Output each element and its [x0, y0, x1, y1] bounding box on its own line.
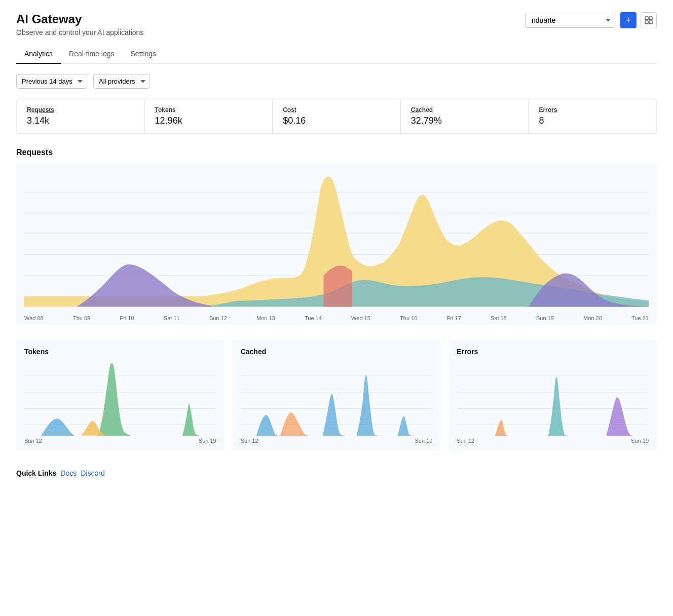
x-label-sat11: Sat 11 — [164, 315, 180, 321]
filters-bar: Previous 14 days Previous 7 days Previou… — [16, 74, 657, 89]
grid-button[interactable] — [641, 12, 657, 28]
svg-rect-3 — [649, 21, 652, 24]
svg-rect-0 — [645, 17, 648, 20]
provider-select[interactable]: All providers OpenAI Anthropic — [93, 74, 150, 89]
add-button[interactable]: + — [620, 12, 637, 28]
x-label-tue14: Tue 14 — [305, 315, 322, 321]
metric-tokens-value: 12.96k — [155, 115, 263, 126]
tab-realtime-logs[interactable]: Real-time logs — [61, 45, 122, 64]
svg-rect-1 — [649, 17, 652, 20]
discord-link[interactable]: Discord — [81, 469, 104, 477]
metric-cached: Cached 32.79% — [401, 99, 529, 133]
app-title: AI Gateway — [16, 12, 143, 26]
quick-links: Quick Links Docs Discord — [16, 465, 657, 477]
errors-chart-title: Errors — [457, 348, 649, 356]
header-actions: nduarte + — [525, 12, 657, 28]
cached-chart-title: Cached — [241, 348, 433, 356]
x-label-sat18: Sat 18 — [491, 315, 507, 321]
metric-cached-label: Cached — [411, 106, 518, 113]
requests-chart-title: Requests — [16, 148, 657, 157]
metric-requests-value: 3.14k — [27, 115, 134, 126]
errors-label-start: Sun 12 — [457, 438, 474, 444]
x-label-mon20: Mon 20 — [583, 315, 602, 321]
tab-bar: Analytics Real-time logs Settings — [16, 45, 657, 64]
requests-chart-svg — [24, 171, 649, 317]
x-label-sun19: Sun 19 — [536, 315, 554, 321]
errors-label-end: Sun 19 — [631, 438, 649, 444]
errors-chart-svg — [457, 360, 649, 436]
metric-cost: Cost $0.16 — [273, 99, 401, 133]
metric-tokens-label: Tokens — [155, 106, 263, 113]
small-charts-row: Tokens Sun 12 — [16, 339, 657, 451]
tab-analytics[interactable]: Analytics — [16, 45, 61, 64]
metrics-bar: Requests 3.14k Tokens 12.96k Cost $0.16 … — [16, 99, 657, 134]
metric-requests-label: Requests — [27, 106, 134, 113]
grid-icon — [645, 16, 653, 24]
x-label-mon13: Mon 13 — [256, 315, 275, 321]
tab-settings[interactable]: Settings — [123, 45, 165, 64]
quick-links-label: Quick Links — [16, 469, 56, 477]
time-range-select[interactable]: Previous 14 days Previous 7 days Previou… — [16, 74, 87, 89]
tokens-chart-svg — [24, 360, 216, 436]
x-label-fri17: Fri 17 — [447, 315, 461, 321]
metric-requests: Requests 3.14k — [17, 99, 145, 133]
cached-chart-box: Cached — [233, 339, 441, 451]
tokens-label-start: Sun 12 — [24, 438, 42, 444]
x-label-tue21: Tue 21 — [631, 315, 649, 321]
metric-tokens: Tokens 12.96k — [145, 99, 273, 133]
x-label-wed08: Wed 08 — [24, 315, 44, 321]
metric-errors-value: 8 — [539, 115, 646, 126]
cached-label-start: Sun 12 — [241, 438, 258, 444]
cached-chart-svg — [241, 360, 433, 436]
metric-cost-value: $0.16 — [283, 115, 390, 126]
metric-cost-label: Cost — [283, 106, 390, 113]
metric-errors: Errors 8 — [529, 99, 656, 133]
app-subtitle: Observe and control your AI applications — [16, 28, 143, 36]
x-label-sun12: Sun 12 — [209, 315, 227, 321]
tokens-chart-box: Tokens Sun 12 — [16, 339, 225, 451]
errors-chart-box: Errors Sun 12 Sun 19 — [448, 339, 657, 451]
x-label-thu09: Thu 09 — [73, 315, 90, 321]
x-label-thu16: Thu 16 — [400, 315, 417, 321]
requests-chart-section: Requests — [16, 148, 657, 325]
svg-rect-2 — [645, 21, 648, 24]
requests-chart: Wed 08 Thu 09 Fri 10 Sat 11 Sun 12 Mon 1… — [16, 163, 657, 325]
x-label-wed15: Wed 15 — [351, 315, 370, 321]
metric-cached-value: 32.79% — [411, 115, 518, 126]
tokens-label-end: Sun 19 — [199, 438, 216, 444]
tokens-chart-title: Tokens — [24, 348, 216, 356]
account-select[interactable]: nduarte — [525, 13, 616, 28]
docs-link[interactable]: Docs — [60, 469, 77, 477]
metric-errors-label: Errors — [539, 106, 646, 113]
x-label-fri10: Fri 10 — [120, 315, 134, 321]
cached-label-end: Sun 19 — [415, 438, 432, 444]
